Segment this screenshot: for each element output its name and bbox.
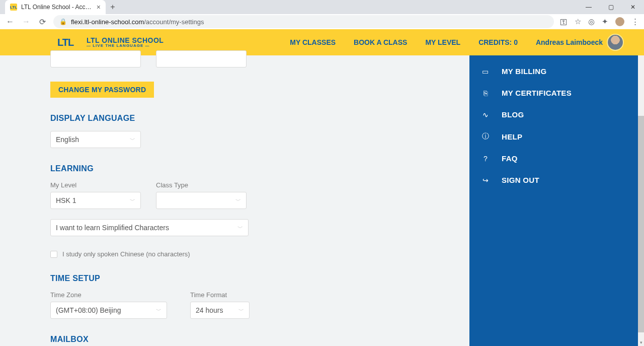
sidebar-item-signout[interactable]: ↪ SIGN OUT <box>469 169 638 191</box>
spoken-only-label: I study only spoken Chinese (no characte… <box>62 250 190 258</box>
sidebar-item-label: MY CERTIFICATES <box>502 89 572 97</box>
avatar-icon <box>607 34 624 51</box>
news-icon[interactable]: ◎ <box>588 17 595 26</box>
back-button[interactable]: ← <box>5 17 15 26</box>
section-time-setup: TIME SETUP <box>50 274 362 283</box>
section-mailbox: MAILBOX <box>50 335 362 344</box>
maximize-button[interactable]: ▢ <box>600 0 622 14</box>
url-field[interactable]: 🔒 flexi.ltl-online-school.com/account/my… <box>53 15 554 28</box>
timezone-value: (GMT+08:00) Beijing <box>56 306 121 314</box>
url-path: /account/my-settings <box>144 18 204 26</box>
close-tab-icon[interactable]: × <box>97 3 101 11</box>
blog-icon: ∿ <box>481 111 490 119</box>
level-select[interactable]: HSK 1 ﹀ <box>50 192 141 209</box>
label-time-format: Time Format <box>190 291 250 299</box>
chevron-down-icon: ﹀ <box>238 307 244 314</box>
settings-form: CHANGE MY PASSWORD DISPLAY LANGUAGE Engl… <box>50 50 362 346</box>
minimize-button[interactable]: — <box>578 0 600 14</box>
spoken-only-row[interactable]: I study only spoken Chinese (no characte… <box>50 250 362 258</box>
account-sidebar: ▭ MY BILLING ⎘ MY CERTIFICATES ∿ BLOG ⓘ … <box>469 55 638 346</box>
change-password-button[interactable]: CHANGE MY PASSWORD <box>50 82 154 98</box>
sidebar-item-label: MY BILLING <box>502 67 546 76</box>
scrollbar-thumb[interactable] <box>638 116 644 332</box>
sidebar-item-label: BLOG <box>502 110 524 119</box>
browser-chrome: LTL LTL Online School - Account × + — ▢ … <box>0 0 644 29</box>
lock-icon: 🔒 <box>59 18 67 25</box>
forward-button[interactable]: → <box>21 17 31 26</box>
kebab-menu-icon[interactable]: ⋮ <box>631 17 639 26</box>
language-value: English <box>56 135 79 144</box>
chevron-down-icon: ﹀ <box>237 224 243 232</box>
nav-credits[interactable]: CREDITS: 0 <box>478 38 518 46</box>
profile-avatar-icon[interactable] <box>615 17 624 26</box>
sidebar-item-certificates[interactable]: ⎘ MY CERTIFICATES <box>469 82 638 104</box>
character-preference-value: I want to learn Simplified Characters <box>56 224 169 232</box>
address-bar: ← → ⟳ 🔒 flexi.ltl-online-school.com/acco… <box>0 14 644 29</box>
new-tab-button[interactable]: + <box>106 0 120 14</box>
chevron-down-icon: ﹀ <box>130 136 135 144</box>
password-input-1[interactable] <box>50 50 141 67</box>
sidebar-item-blog[interactable]: ∿ BLOG <box>469 104 638 125</box>
sidebar-item-label: FAQ <box>502 154 518 163</box>
chevron-down-icon: ﹀ <box>235 197 241 204</box>
nav-my-level[interactable]: MY LEVEL <box>425 38 460 46</box>
reload-button[interactable]: ⟳ <box>37 17 47 27</box>
section-display-language: DISPLAY LANGUAGE <box>50 114 362 123</box>
favicon: LTL <box>10 4 17 11</box>
password-fields-row <box>50 50 362 67</box>
password-input-2[interactable] <box>156 50 247 67</box>
tab-title: LTL Online School - Account <box>21 4 93 11</box>
sidebar-item-help[interactable]: ⓘ HELP <box>469 125 638 148</box>
url-host: flexi.ltl-online-school.com <box>71 18 144 26</box>
time-format-select[interactable]: 24 hours ﹀ <box>190 302 250 319</box>
certificates-icon: ⎘ <box>481 89 490 97</box>
section-learning: LEARNING <box>50 164 362 173</box>
help-icon: ⓘ <box>481 132 490 141</box>
toolbar-icons: ⚿ ☆ ◎ ✦ ⋮ <box>560 17 639 26</box>
logo[interactable]: LTL LTL ONLINE SCHOOL — LIVE THE LANGUAG… <box>50 33 171 51</box>
spoken-only-checkbox[interactable] <box>50 251 57 258</box>
tab-strip: LTL LTL Online School - Account × + — ▢ … <box>0 0 644 14</box>
extensions-icon[interactable]: ✦ <box>602 17 608 26</box>
nav-user[interactable]: Andreas Laimboeck <box>536 34 624 51</box>
label-class-type: Class Type <box>156 181 247 189</box>
nav-book-class[interactable]: BOOK A CLASS <box>354 38 407 46</box>
faq-icon: ? <box>481 155 490 163</box>
user-name: Andreas Laimboeck <box>536 38 603 46</box>
logo-mark: LTL <box>57 36 82 48</box>
time-format-value: 24 hours <box>196 306 223 314</box>
bookmark-icon[interactable]: ☆ <box>575 17 581 26</box>
class-type-select[interactable]: ﹀ <box>156 192 247 209</box>
close-window-button[interactable]: ✕ <box>622 0 644 14</box>
signout-icon: ↪ <box>481 176 490 184</box>
level-value: HSK 1 <box>56 196 76 204</box>
key-icon[interactable]: ⚿ <box>560 18 568 26</box>
sidebar-item-label: SIGN OUT <box>502 176 539 184</box>
language-select[interactable]: English ﹀ <box>50 131 141 148</box>
character-preference-select[interactable]: I want to learn Simplified Characters ﹀ <box>50 219 249 236</box>
sidebar-item-label: HELP <box>502 132 522 141</box>
browser-tab[interactable]: LTL LTL Online School - Account × <box>5 0 106 14</box>
nav-my-classes[interactable]: MY CLASSES <box>290 38 336 46</box>
timezone-select[interactable]: (GMT+08:00) Beijing ﹀ <box>50 302 167 319</box>
logo-text-sub: — LIVE THE LANGUAGE — <box>87 44 164 48</box>
window-controls: — ▢ ✕ <box>578 0 644 14</box>
scroll-down-arrow[interactable]: ▾ <box>638 339 644 346</box>
sidebar-item-billing[interactable]: ▭ MY BILLING <box>469 60 638 82</box>
chevron-down-icon: ﹀ <box>130 197 135 204</box>
label-my-level: My Level <box>50 181 141 189</box>
page-body: CHANGE MY PASSWORD DISPLAY LANGUAGE Engl… <box>0 55 644 346</box>
logo-text-main: LTL ONLINE SCHOOL <box>87 37 164 44</box>
billing-icon: ▭ <box>481 67 490 76</box>
label-time-zone: Time Zone <box>50 291 167 299</box>
chevron-down-icon: ﹀ <box>156 307 162 314</box>
sidebar-item-faq[interactable]: ? FAQ <box>469 148 638 169</box>
